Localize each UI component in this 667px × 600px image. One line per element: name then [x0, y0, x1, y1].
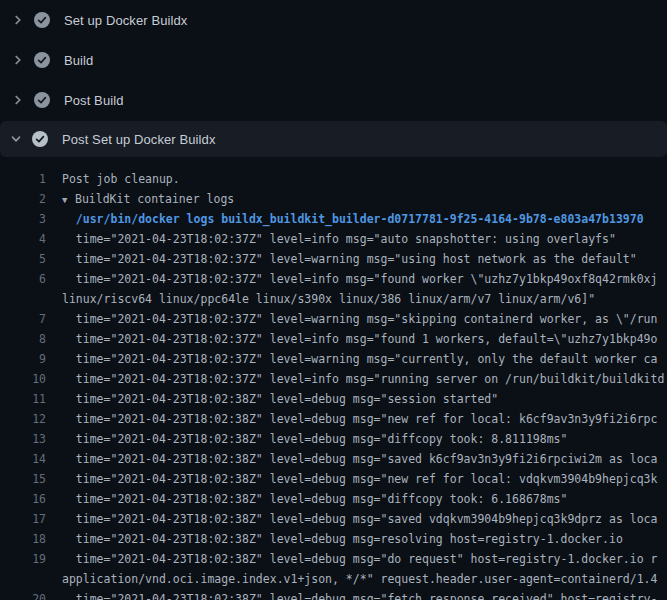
log-line: 13 time="2021-04-23T18:02:38Z" level=deb… [0, 429, 667, 449]
steps-list: Set up Docker Buildx Build P [0, 0, 667, 157]
log-line: 7 time="2021-04-23T18:02:37Z" level=warn… [0, 309, 667, 329]
log-line-text: time="2021-04-23T18:02:38Z" level=debug … [62, 449, 657, 469]
step-row-build[interactable]: Build [0, 40, 667, 80]
log-line: 19 time="2021-04-23T18:02:38Z" level=deb… [0, 549, 667, 569]
log-line-text: time="2021-04-23T18:02:38Z" level=debug … [62, 549, 657, 569]
log-line: 18 time="2021-04-23T18:02:38Z" level=deb… [0, 529, 667, 549]
step-label: Post Build [64, 93, 124, 108]
log-line-number [0, 289, 46, 309]
log-line-text: application/vnd.oci.image.index.v1+json,… [62, 569, 657, 589]
chevron-right-icon [12, 94, 24, 106]
log-line-number[interactable]: 4 [0, 229, 46, 249]
log-line-number[interactable]: 3 [0, 209, 46, 229]
chevron-down-icon [10, 133, 22, 145]
log-line: 3 /usr/bin/docker logs buildx_buildkit_b… [0, 209, 667, 229]
log-line: 11 time="2021-04-23T18:02:38Z" level=deb… [0, 389, 667, 409]
log-line-number[interactable]: 18 [0, 529, 46, 549]
log-line-text: Post job cleanup. [62, 169, 180, 189]
log-line-text: time="2021-04-23T18:02:38Z" level=debug … [62, 509, 657, 529]
log-line-number[interactable]: 14 [0, 449, 46, 469]
check-circle-icon [34, 52, 50, 68]
log-line: 14 time="2021-04-23T18:02:38Z" level=deb… [0, 449, 667, 469]
log-line-number[interactable]: 19 [0, 549, 46, 569]
check-circle-icon [34, 92, 50, 108]
log-line-number[interactable]: 12 [0, 409, 46, 429]
log-line: 17 time="2021-04-23T18:02:38Z" level=deb… [0, 509, 667, 529]
log-line: 16 time="2021-04-23T18:02:38Z" level=deb… [0, 489, 667, 509]
log-line-number[interactable]: 13 [0, 429, 46, 449]
log-line-text: time="2021-04-23T18:02:38Z" level=debug … [62, 389, 498, 409]
log-line: 9 time="2021-04-23T18:02:37Z" level=warn… [0, 349, 667, 369]
step-label: Set up Docker Buildx [64, 13, 187, 28]
log-line-text: time="2021-04-23T18:02:38Z" level=debug … [62, 469, 657, 489]
log-line: 5 time="2021-04-23T18:02:37Z" level=warn… [0, 249, 667, 269]
log-line-text: time="2021-04-23T18:02:38Z" level=debug … [62, 409, 657, 429]
log-line-text: time="2021-04-23T18:02:38Z" level=debug … [62, 589, 657, 600]
log-line-text: linux/riscv64 linux/ppc64le linux/s390x … [62, 289, 595, 309]
log-line-number[interactable]: 17 [0, 509, 46, 529]
log-command-text: /usr/bin/docker logs buildx_buildkit_bui… [62, 209, 644, 229]
check-circle-icon [32, 131, 48, 147]
log-line: linux/riscv64 linux/ppc64le linux/s390x … [0, 289, 667, 309]
log-line-text: time="2021-04-23T18:02:38Z" level=debug … [62, 489, 567, 509]
log-group-toggle[interactable]: ▼BuildKit container logs [62, 189, 234, 209]
log-viewer: 1 Post job cleanup. 2 ▼BuildKit containe… [0, 157, 667, 600]
log-line-number[interactable]: 15 [0, 469, 46, 489]
log-line-text: time="2021-04-23T18:02:37Z" level=warnin… [62, 309, 657, 329]
log-line: 6 time="2021-04-23T18:02:37Z" level=info… [0, 269, 667, 289]
log-line: 10 time="2021-04-23T18:02:37Z" level=inf… [0, 369, 667, 389]
log-line-number[interactable]: 8 [0, 329, 46, 349]
log-line: 15 time="2021-04-23T18:02:38Z" level=deb… [0, 469, 667, 489]
log-line-text: time="2021-04-23T18:02:37Z" level=warnin… [62, 349, 657, 369]
group-expanded-triangle-icon: ▼ [62, 190, 75, 209]
log-line: 12 time="2021-04-23T18:02:38Z" level=deb… [0, 409, 667, 429]
log-line-number[interactable]: 11 [0, 389, 46, 409]
log-line-number[interactable]: 2 [0, 189, 46, 209]
log-line-text: time="2021-04-23T18:02:37Z" level=info m… [62, 229, 616, 249]
log-line: 20 time="2021-04-23T18:02:38Z" level=deb… [0, 589, 667, 600]
log-line-number [0, 569, 46, 589]
step-row-post-set-up-docker-buildx[interactable]: Post Set up Docker Buildx [0, 121, 667, 157]
log-line-number[interactable]: 16 [0, 489, 46, 509]
step-row-set-up-docker-buildx[interactable]: Set up Docker Buildx [0, 0, 667, 40]
log-line-number[interactable]: 20 [0, 589, 46, 600]
log-line-text: time="2021-04-23T18:02:38Z" level=debug … [62, 429, 567, 449]
step-label: Build [64, 53, 93, 68]
log-line-number[interactable]: 5 [0, 249, 46, 269]
log-line-text: time="2021-04-23T18:02:37Z" level=info m… [62, 269, 657, 289]
chevron-right-icon [12, 54, 24, 66]
log-line: application/vnd.oci.image.index.v1+json,… [0, 569, 667, 589]
log-line: 4 time="2021-04-23T18:02:37Z" level=info… [0, 229, 667, 249]
log-line: 2 ▼BuildKit container logs [0, 189, 667, 209]
log-line: 8 time="2021-04-23T18:02:37Z" level=info… [0, 329, 667, 349]
group-title: BuildKit container logs [75, 192, 234, 206]
log-line-text: time="2021-04-23T18:02:37Z" level=info m… [62, 369, 664, 389]
log-line: 1 Post job cleanup. [0, 169, 667, 189]
log-line-number[interactable]: 1 [0, 169, 46, 189]
chevron-right-icon [12, 14, 24, 26]
log-line-number[interactable]: 9 [0, 349, 46, 369]
log-line-number[interactable]: 6 [0, 269, 46, 289]
step-row-post-build[interactable]: Post Build [0, 80, 667, 120]
log-line-text: time="2021-04-23T18:02:37Z" level=info m… [62, 329, 657, 349]
log-line-text: time="2021-04-23T18:02:38Z" level=debug … [62, 529, 623, 549]
log-line-text: time="2021-04-23T18:02:37Z" level=warnin… [62, 249, 637, 269]
step-label: Post Set up Docker Buildx [62, 132, 216, 147]
check-circle-icon [34, 12, 50, 28]
log-line-number[interactable]: 10 [0, 369, 46, 389]
log-line-number[interactable]: 7 [0, 309, 46, 329]
